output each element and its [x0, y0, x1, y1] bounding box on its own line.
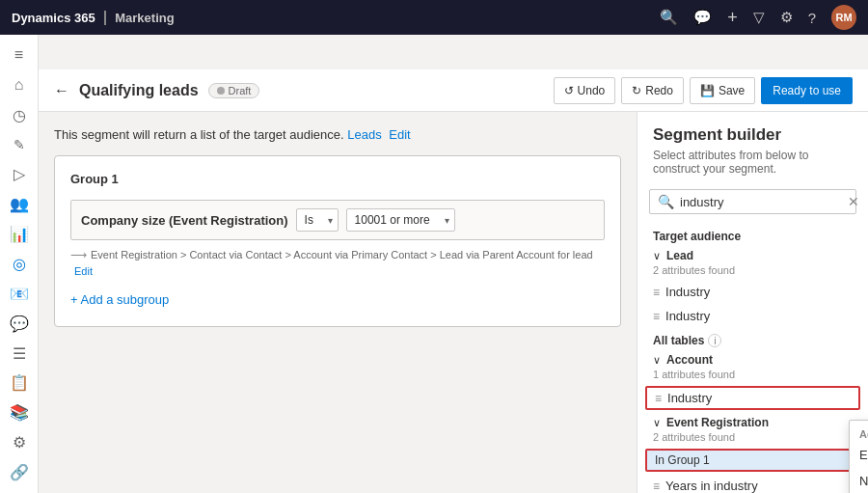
sidebar-contacts[interactable]: 👥: [2, 191, 37, 217]
list-icon-1: ≡: [653, 286, 660, 299]
main-content: ← Qualifying leads Draft ↺ Undo ↻ Redo 💾…: [39, 69, 868, 493]
path-icon: ⟶: [70, 248, 87, 261]
audience-link[interactable]: Leads: [347, 127, 381, 142]
account-list-icon: ≡: [655, 392, 662, 405]
account-section-header[interactable]: ∨ Account: [637, 349, 868, 369]
account-section-count: 1 attributes found: [637, 369, 868, 384]
sidebar-email[interactable]: 📧: [2, 281, 37, 307]
page-title: Qualifying leads: [79, 82, 199, 99]
group-title: Group 1: [70, 172, 605, 186]
lead-section-title: Lead: [666, 249, 693, 262]
brand-separator: |: [103, 9, 107, 26]
event-reg-section-title: Event Registration: [666, 416, 769, 429]
status-badge: Draft: [208, 83, 260, 98]
redo-button[interactable]: ↻ Redo: [621, 77, 684, 104]
search-box[interactable]: 🔍 ✕: [649, 189, 856, 214]
back-button[interactable]: ←: [54, 82, 69, 99]
sidebar-library[interactable]: 📚: [2, 399, 37, 425]
lead-collapse-icon[interactable]: ∨: [653, 250, 661, 262]
event-reg-section-count: 2 attributes found: [637, 431, 868, 447]
lead-section-header[interactable]: ∨ Lead: [637, 245, 868, 264]
event-reg-years[interactable]: ≡ Years in industry: [637, 474, 868, 493]
all-tables-header: All tables i: [637, 328, 868, 349]
list-icon-2: ≡: [653, 310, 660, 323]
layout-wrapper: ≡ ⌂ ◷ ✎ ▷ 👥 📊 ◎ 📧 💬 ☰ 📋 📚 ⚙ 🔗 ← Qualifyi…: [0, 35, 868, 493]
canvas-area: This segment will return a list of the t…: [39, 112, 637, 493]
secondary-header: ← Qualifying leads Draft ↺ Undo ↻ Redo 💾…: [39, 69, 868, 112]
event-registration-section: ∨ Event Registration 2 attributes found …: [637, 412, 868, 493]
event-reg-section-header[interactable]: ∨ Event Registration: [637, 412, 868, 431]
header-actions: ↺ Undo ↻ Redo 💾 Save Ready to use: [554, 77, 853, 104]
segment-builder-panel: Segment builder Select attributes from b…: [637, 112, 868, 493]
add-topbar-icon[interactable]: +: [727, 8, 738, 28]
search-input[interactable]: [680, 195, 842, 209]
value-select-wrapper[interactable]: 10001 or more: [346, 208, 455, 232]
ready-button[interactable]: Ready to use: [761, 77, 853, 104]
sidebar-edit[interactable]: ✎: [2, 132, 37, 158]
search-topbar-icon[interactable]: 🔍: [660, 9, 678, 26]
new-subgroup-item[interactable]: New subgroup ›: [850, 468, 868, 493]
sidebar-home[interactable]: ⌂: [2, 72, 37, 98]
status-dot: [217, 87, 225, 95]
event-reg-list-icon: ≡: [653, 479, 660, 493]
lead-section: ∨ Lead 2 attributes found ≡ Industry ≡ I…: [637, 245, 868, 328]
target-audience-header: Target audience: [637, 224, 868, 245]
account-industry[interactable]: ≡ Industry: [645, 386, 860, 410]
filter-topbar-icon[interactable]: ▽: [753, 9, 765, 26]
all-tables-info-icon[interactable]: i: [708, 334, 721, 347]
panel-content: Target audience ∨ Lead 2 attributes foun…: [637, 224, 868, 493]
account-section-title: Account: [666, 353, 713, 367]
save-button[interactable]: 💾 Save: [690, 77, 755, 104]
sidebar-messages[interactable]: 💬: [2, 311, 37, 337]
lead-industry-2[interactable]: ≡ Industry: [637, 304, 868, 328]
operator-select[interactable]: Is: [296, 208, 339, 232]
in-group-badge[interactable]: In Group 1: [645, 449, 860, 472]
condition-path: ⟶ Event Registration > Contact via Conta…: [70, 248, 605, 277]
sidebar-analytics[interactable]: 📊: [2, 221, 37, 247]
undo-button[interactable]: ↺ Undo: [554, 77, 616, 104]
path-edit-link[interactable]: Edit: [74, 265, 93, 277]
redo-icon: ↻: [632, 84, 641, 97]
sidebar: ≡ ⌂ ◷ ✎ ▷ 👥 📊 ◎ 📧 💬 ☰ 📋 📚 ⚙ 🔗: [0, 35, 39, 493]
popup-title: Add item to: [850, 425, 868, 442]
add-item-popup: Add item to Existing group › New subgrou…: [849, 420, 868, 493]
operator-select-wrapper[interactable]: Is: [296, 208, 339, 232]
condition-field: Company size (Event Registration): [81, 213, 288, 228]
event-reg-collapse-icon[interactable]: ∨: [653, 417, 661, 429]
sidebar-play[interactable]: ▷: [2, 161, 37, 187]
condition-row: Company size (Event Registration) Is 100…: [70, 200, 605, 240]
sidebar-forms[interactable]: 📋: [2, 370, 37, 396]
content-panel-wrapper: This segment will return a list of the t…: [39, 112, 868, 493]
edit-audience-link[interactable]: Edit: [389, 127, 410, 142]
existing-group-item[interactable]: Existing group ›: [850, 442, 868, 468]
save-icon: 💾: [700, 84, 715, 97]
settings-topbar-icon[interactable]: ⚙: [780, 9, 793, 26]
search-clear-icon[interactable]: ✕: [848, 194, 859, 209]
app-brand: Dynamics 365 | Marketing: [12, 9, 175, 26]
module-name: Marketing: [115, 11, 174, 25]
sidebar-list[interactable]: ☰: [2, 341, 37, 367]
sidebar-recent[interactable]: ◷: [2, 102, 37, 128]
sidebar-segments[interactable]: ◎: [2, 251, 37, 277]
account-collapse-icon[interactable]: ∨: [653, 354, 661, 367]
panel-subtitle: Select attributes from below to construc…: [637, 149, 868, 185]
all-tables-label: All tables: [653, 334, 704, 347]
event-reg-industry-container: In Group 1 Add item to Existing group ›: [637, 449, 868, 472]
status-label: Draft: [229, 85, 252, 96]
lead-section-count: 2 attributes found: [637, 264, 868, 280]
chat-icon[interactable]: 💬: [693, 9, 712, 26]
sidebar-integrations[interactable]: 🔗: [2, 459, 37, 485]
lead-industry-1[interactable]: ≡ Industry: [637, 280, 868, 304]
add-subgroup-button[interactable]: + Add a subgroup: [70, 288, 605, 311]
group-card: Group 1 Company size (Event Registration…: [54, 155, 621, 327]
avatar[interactable]: RM: [831, 5, 856, 30]
sidebar-settings[interactable]: ⚙: [2, 429, 37, 455]
account-section: ∨ Account 1 attributes found ≡ Industry: [637, 349, 868, 410]
undo-icon: ↺: [564, 84, 574, 97]
topbar: Dynamics 365 | Marketing 🔍 💬 + ▽ ⚙ ? RM: [0, 0, 868, 35]
value-select[interactable]: 10001 or more: [346, 208, 455, 232]
help-icon[interactable]: ?: [808, 10, 816, 26]
search-icon: 🔍: [658, 194, 674, 209]
topbar-actions: 🔍 💬 + ▽ ⚙ ? RM: [660, 5, 856, 30]
sidebar-menu[interactable]: ≡: [2, 42, 37, 68]
